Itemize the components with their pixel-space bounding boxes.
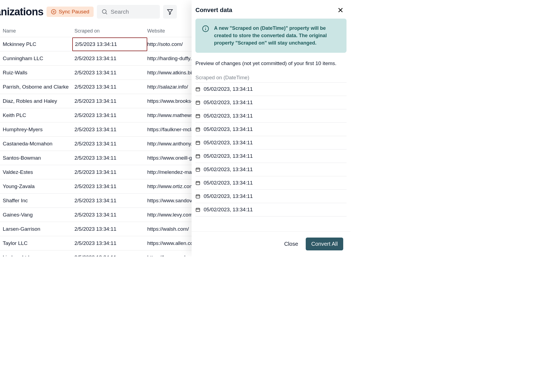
cell-name[interactable]: Cunningham LLC [3,55,74,62]
cell-website[interactable]: https://www.oneill-g [147,155,194,161]
preview-column-header: Scraped on (DateTime) [195,75,347,82]
search-input[interactable] [111,8,155,15]
cell-scraped-on[interactable]: 2/5/2023 13:34:11 [74,240,147,246]
cell-scraped-on[interactable]: 2/5/2023 13:34:11 [74,254,147,257]
svg-rect-43 [196,195,200,198]
preview-item: 05/02/2023, 13:34:11 [195,123,347,136]
info-banner-text: A new "Scraped on (DateTime)" property w… [214,25,338,47]
panel-title: Convert data [195,7,232,14]
table-row[interactable]: Mckinney PLC2/5/2023 13:34:11http://soto… [0,37,197,51]
cell-name[interactable]: Diaz, Robles and Haley [3,98,74,104]
table-row[interactable]: Ruiz-Walls2/5/2023 13:34:11http://www.at… [0,66,197,80]
table-row[interactable]: Parrish, Osborne and Clarke2/5/2023 13:3… [0,80,197,94]
panel-footer: Close Convert All [192,231,350,256]
preview-item-value: 05/02/2023, 13:34:11 [204,126,253,132]
close-button[interactable]: Close [284,241,298,247]
table-row[interactable]: Keith PLC2/5/2023 13:34:11http://www.mat… [0,108,197,122]
cell-name[interactable]: Parrish, Osborne and Clarke [3,84,74,90]
table-row[interactable]: Diaz, Robles and Haley2/5/2023 13:34:11h… [0,94,197,108]
sync-status-badge[interactable]: Sync Paused [47,7,94,17]
table-row[interactable]: Gaines-Vang2/5/2023 13:34:11http://www.l… [0,208,197,222]
info-icon [202,25,209,32]
cell-name[interactable]: Shaffer Inc [3,198,74,204]
cell-scraped-on[interactable]: 2/5/2023 13:34:11 [74,70,147,76]
table-row[interactable]: Castaneda-Mcmahon2/5/2023 13:34:11http:/… [0,137,197,151]
svg-rect-35 [196,168,200,171]
cell-name[interactable]: Young-Zavala [3,183,74,189]
cell-website[interactable]: http://salazar.info/ [147,84,194,90]
calendar-icon [195,113,200,118]
preview-item: 05/02/2023, 13:34:11 [195,96,347,109]
cell-website[interactable]: http://www.atkins.bi [147,70,194,76]
table-row[interactable]: Taylor LLC2/5/2023 13:34:11https://www.a… [0,236,197,250]
cell-name[interactable]: Larsen-Garrison [3,226,74,232]
cell-website[interactable]: https://www.allen.co [147,240,194,246]
cell-website[interactable]: https://logan-mckee [147,254,194,257]
cell-name[interactable]: Gaines-Vang [3,212,74,218]
cell-website[interactable]: https://www.sandova [147,198,194,204]
cell-website[interactable]: http://harding-duffy.c [147,55,194,62]
preview-item: 05/02/2023, 13:34:11 [195,83,347,96]
cell-scraped-on[interactable]: 2/5/2023 13:34:11 [74,127,147,133]
calendar-icon [195,167,200,172]
main-content: Organizations Sync Paused [0,0,197,256]
table-row[interactable]: Valdez-Estes2/5/2023 13:34:11http://mele… [0,165,197,179]
cell-name[interactable]: Keith PLC [3,112,74,118]
cell-scraped-on[interactable]: 2/5/2023 13:34:11 [74,112,147,118]
cell-name[interactable]: Ruiz-Walls [3,70,74,76]
svg-point-10 [205,27,206,28]
table-row[interactable]: Lindsey Ltd2/5/2023 13:34:11https://loga… [0,250,197,256]
cell-scraped-on[interactable]: 2/5/2023 13:34:11 [74,84,147,90]
cell-website[interactable]: http://soto.com/ [147,41,194,47]
table-row[interactable]: Santos-Bowman2/5/2023 13:34:11https://ww… [0,151,197,165]
cell-scraped-on[interactable]: 2/5/2023 13:34:11 [74,55,147,62]
cell-website[interactable]: http://melendez-mal [147,169,194,175]
calendar-icon [195,87,200,92]
preview-item: 05/02/2023, 13:34:11 [195,203,347,217]
cell-website[interactable]: http://www.mathews [147,112,194,118]
preview-item: 05/02/2023, 13:34:11 [195,176,347,190]
table-row[interactable]: Cunningham LLC2/5/2023 13:34:11http://ha… [0,51,197,66]
column-header-scraped[interactable]: Scraped on [74,28,147,34]
cell-scraped-on[interactable]: 2/5/2023 13:34:11 [74,169,147,175]
cell-website[interactable]: https://www.brooks- [147,98,194,104]
table-row[interactable]: Shaffer Inc2/5/2023 13:34:11https://www.… [0,194,197,208]
cell-name[interactable]: Castaneda-Mcmahon [3,141,74,147]
cell-website[interactable]: https://faulkner-mcla [147,127,194,133]
cell-scraped-on[interactable]: 2/5/2023 13:34:11 [74,141,147,147]
table-row[interactable]: Larsen-Garrison2/5/2023 13:34:11https://… [0,222,197,236]
convert-data-panel: Convert data A new "Scraped on (DateTime… [192,0,350,256]
cell-website[interactable]: http://www.ortiz.con [147,183,194,189]
cell-scraped-on[interactable]: 2/5/2023 13:34:11 [74,198,147,204]
cell-name[interactable]: Taylor LLC [3,240,74,246]
cell-scraped-on[interactable]: 2/5/2023 13:34:11 [74,212,147,218]
close-icon[interactable] [337,7,344,13]
cell-website[interactable]: http://www.anthony. [147,141,194,147]
cell-scraped-on[interactable]: 2/5/2023 13:34:11 [74,226,147,232]
cell-website[interactable]: https://walsh.com/ [147,226,194,232]
convert-all-button[interactable]: Convert All [306,238,343,250]
cell-name[interactable]: Humphrey-Myers [3,127,74,133]
cell-name[interactable]: Valdez-Estes [3,169,74,175]
filter-icon [167,8,173,15]
preview-item-value: 05/02/2023, 13:34:11 [204,113,253,119]
preview-item-value: 05/02/2023, 13:34:11 [204,140,253,146]
cell-scraped-on[interactable]: 2/5/2023 13:34:11 [74,183,147,189]
filter-button[interactable] [163,5,177,19]
cell-scraped-on[interactable]: 2/5/2023 13:34:11 [74,155,147,161]
page-title: Organizations [0,6,43,18]
cell-name[interactable]: Santos-Bowman [3,155,74,161]
cell-website[interactable]: http://www.levy.com [147,212,194,218]
cell-name[interactable]: Mckinney PLC [3,41,74,47]
table-row[interactable]: Humphrey-Myers2/5/2023 13:34:11https://f… [0,122,197,137]
table-row[interactable]: Young-Zavala2/5/2023 13:34:11http://www.… [0,179,197,194]
column-header-website[interactable]: Website [147,28,194,34]
preview-item: 05/02/2023, 13:34:11 [195,150,347,163]
calendar-icon [195,180,200,185]
info-banner: A new "Scraped on (DateTime)" property w… [195,19,347,53]
cell-name[interactable]: Lindsey Ltd [3,254,74,257]
cell-scraped-on[interactable]: 2/5/2023 13:34:11 [74,98,147,104]
column-header-name[interactable]: Name [3,28,74,34]
cell-scraped-on[interactable]: 2/5/2023 13:34:11 [74,37,147,51]
search-box[interactable] [97,5,160,19]
